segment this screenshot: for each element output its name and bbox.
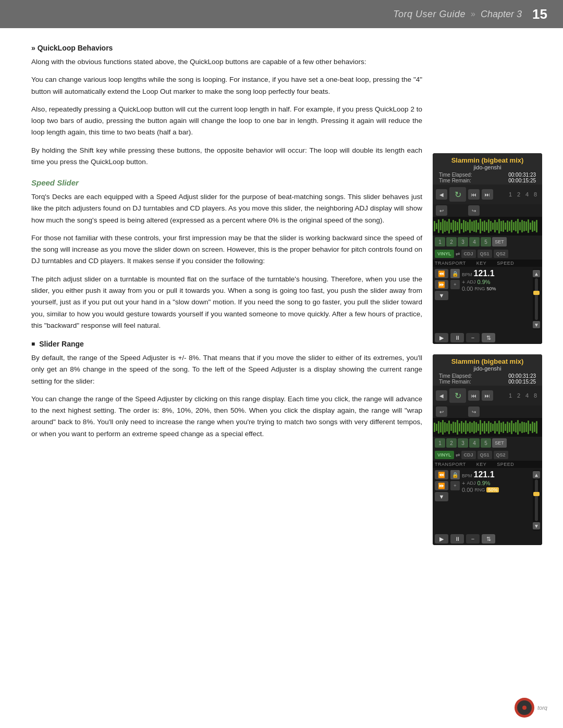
deck1-rng-value[interactable]: 50% (486, 286, 496, 291)
deck2-adj-value: 0.9% (477, 480, 490, 486)
deck1-nav-1[interactable]: 1 (507, 191, 514, 198)
deck2-loop-fwd-btn[interactable]: ↪ (468, 406, 480, 417)
waveform-bar (521, 220, 523, 232)
deck2-set-btn[interactable]: SET (492, 438, 507, 448)
deck2-hotcue-5[interactable]: 5 (481, 438, 491, 448)
deck1-hotcue-3[interactable]: 3 (458, 237, 468, 246)
waveform-bar (484, 220, 485, 232)
deck2-hotcue-3[interactable]: 3 (458, 438, 468, 448)
deck1-lock-btn[interactable]: 🔒 (450, 269, 460, 278)
waveform-bar (536, 421, 537, 434)
deck1-nudge-btn[interactable]: ⇅ (482, 333, 495, 342)
deck1-hotcue-5[interactable]: 5 (481, 237, 491, 246)
deck2-plus-btn[interactable]: + (450, 481, 460, 490)
waveform-bar (528, 421, 529, 434)
deck2-vinyl-btn[interactable]: VINYL (435, 451, 454, 459)
deck2-loop-back-btn[interactable]: ↩ (436, 406, 447, 417)
deck2-waveform-bars (433, 418, 542, 437)
waveform-bar (519, 423, 521, 431)
deck2-transport-btns: ⏪ ⏩ ▼ (435, 470, 448, 530)
deck1-hotcue-1[interactable]: 1 (435, 237, 445, 246)
deck2-rewind-btn[interactable]: ⏪ (435, 470, 448, 479)
deck1-play-btn[interactable]: ▶ (435, 333, 448, 342)
deck1-plus-btn[interactable]: + (450, 280, 460, 289)
deck1-vinyl-btn[interactable]: VINYL (435, 250, 454, 258)
deck2-ffwd-btn[interactable]: ⏩ (435, 481, 448, 490)
deck1-speed-slider[interactable]: ▲ ▼ (533, 269, 540, 329)
deck2-nav-nums: 1 2 4 8 (507, 392, 539, 399)
deck2-hotcue-2[interactable]: 2 (446, 438, 457, 448)
deck1-hotcue-4[interactable]: 4 (469, 237, 480, 246)
deck1-prev-btn[interactable]: ⏮ (468, 189, 480, 200)
deck2-pitch-up-btn[interactable]: ▲ (533, 471, 540, 478)
deck2-speed-slider[interactable]: ▲ ▼ (533, 470, 540, 530)
deck2-nav-4[interactable]: 4 (523, 392, 531, 399)
deck2-back-btn[interactable]: ◀ (436, 390, 447, 401)
deck1-rewind-btn[interactable]: ⏪ (435, 269, 448, 278)
waveform-bar (492, 424, 494, 431)
waveform-bar (505, 424, 506, 431)
deck1-ffwd-btn[interactable]: ⏩ (435, 280, 448, 289)
deck1-bpm-value: 121.1 (474, 269, 495, 278)
deck2-qs2-btn[interactable]: QS2 (494, 451, 508, 459)
deck1-loop-icon[interactable]: ↻ (449, 187, 466, 202)
deck2-prev-btn[interactable]: ⏮ (468, 390, 480, 401)
deck1-nav-4[interactable]: 4 (523, 191, 531, 198)
deck2-pause-btn[interactable]: ⏸ (450, 534, 464, 544)
deck1-minus-btn[interactable]: − (466, 333, 480, 342)
deck1-pause-btn[interactable]: ⏸ (450, 333, 464, 342)
deck1-adj-plus: + (462, 279, 465, 285)
deck2-nudge-btn[interactable]: ⇅ (482, 534, 495, 544)
deck2-nav-1[interactable]: 1 (507, 392, 514, 399)
waveform-bar (490, 221, 492, 231)
waveform-bar (532, 422, 533, 433)
deck2-hotcue-1[interactable]: 1 (435, 438, 445, 448)
deck2-nav-8[interactable]: 8 (532, 392, 539, 399)
deck1-elapsed-val: 00:00:31:23 (508, 172, 536, 178)
deck1-set-btn[interactable]: SET (492, 237, 507, 246)
deck1-loop-fwd-btn[interactable]: ↪ (468, 205, 480, 216)
deck1-speed-label: SPEED (497, 261, 514, 266)
deck2-next-btn[interactable]: ⏭ (482, 390, 493, 401)
deck1-loop-back-btn[interactable]: ↩ (436, 205, 447, 216)
deck1-qs1-btn[interactable]: QS1 (478, 250, 492, 258)
deck2-nav-2[interactable]: 2 (515, 392, 522, 399)
deck2-slider-thumb[interactable] (533, 492, 540, 496)
deck1-slider-track[interactable] (535, 278, 538, 320)
deck2-rng-value[interactable]: 50% (486, 487, 499, 492)
deck2-slider-track[interactable] (535, 479, 538, 521)
deck2-transport-speed-row: ⏪ ⏩ ▼ 🔒 + BPM 121.1 + ADJ 0.9% (433, 468, 542, 533)
deck1-nav-2[interactable]: 2 (515, 191, 522, 198)
deck1-hotcue-2[interactable]: 2 (446, 237, 457, 246)
waveform-bar (463, 220, 464, 232)
deck1-pitch-up-btn[interactable]: ▲ (533, 270, 540, 277)
torq-logo-dot (522, 706, 527, 710)
deck1-transport-label: TRANSPORT (435, 261, 466, 266)
waveform-bar (450, 223, 452, 230)
deck2-adj-label: ADJ (467, 480, 475, 486)
waveform-bar (498, 219, 500, 233)
deck1-back-btn[interactable]: ◀ (436, 189, 447, 200)
deck2-lock-btn[interactable]: 🔒 (450, 470, 460, 479)
deck2-hotcue-4[interactable]: 4 (469, 438, 480, 448)
deck2-minus-btn[interactable]: − (466, 534, 480, 544)
deck2-play-btn[interactable]: ▶ (435, 534, 448, 544)
deck1-qs2-btn[interactable]: QS2 (494, 250, 508, 258)
waveform-bar (519, 222, 521, 230)
deck1-title-bar: Slammin (bigbeat mix) jido-genshi Time E… (433, 153, 542, 184)
deck2-pitch-down-btn[interactable]: ▼ (533, 522, 540, 529)
waveform-bar (455, 422, 456, 432)
deck2-loop-icon[interactable]: ↻ (449, 388, 466, 403)
deck1-cdj-btn[interactable]: CDJ (461, 250, 476, 258)
deck1-next-btn[interactable]: ⏭ (482, 189, 493, 200)
deck1-down-btn[interactable]: ▼ (435, 291, 448, 300)
deck2-bpm-label: BPM (462, 473, 472, 478)
torq-logo-text: torq (537, 705, 547, 711)
deck2-cdj-btn[interactable]: CDJ (461, 451, 476, 459)
deck1-pitch-down-btn[interactable]: ▼ (533, 321, 540, 328)
deck2-qs1-btn[interactable]: QS1 (478, 451, 492, 459)
deck1-slider-thumb[interactable] (533, 291, 540, 295)
deck1-nav-8[interactable]: 8 (532, 191, 539, 198)
deck2-down-btn[interactable]: ▼ (435, 492, 448, 501)
waveform-bar (457, 420, 458, 435)
